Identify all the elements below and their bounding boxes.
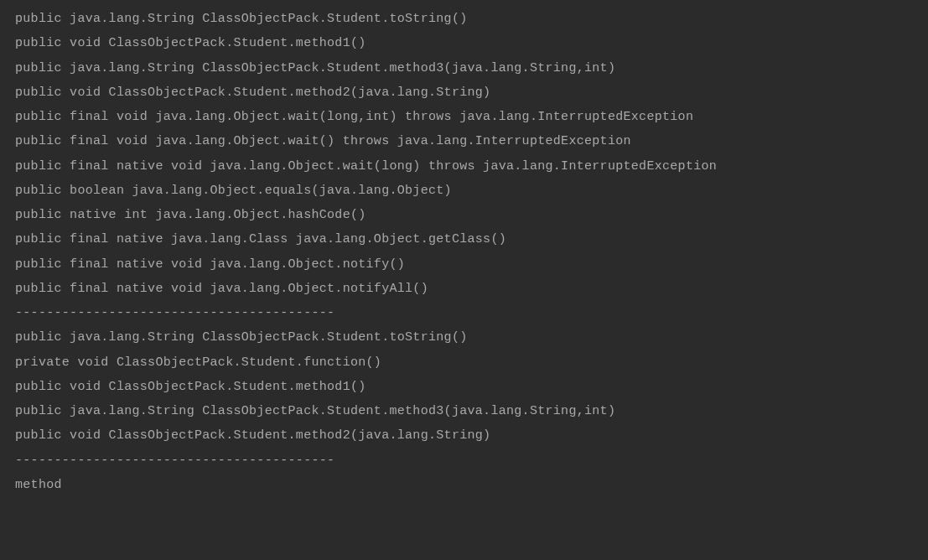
code-line: public final void java.lang.Object.wait(… (15, 129, 913, 153)
separator-line: ----------------------------------------… (15, 449, 913, 473)
code-output-block: public java.lang.String ClassObjectPack.… (15, 7, 913, 497)
code-line: public final native java.lang.Class java… (15, 227, 913, 251)
code-line: public void ClassObjectPack.Student.meth… (15, 375, 913, 399)
code-line: method (15, 473, 913, 497)
code-line: public java.lang.String ClassObjectPack.… (15, 399, 913, 423)
separator-line: ----------------------------------------… (15, 301, 913, 325)
code-line: public boolean java.lang.Object.equals(j… (15, 179, 913, 203)
code-line: public java.lang.String ClassObjectPack.… (15, 56, 913, 80)
code-line: private void ClassObjectPack.Student.fun… (15, 350, 913, 375)
code-line: public final native void java.lang.Objec… (15, 154, 913, 179)
code-line: public final native void java.lang.Objec… (15, 277, 913, 301)
code-line: public final native void java.lang.Objec… (15, 252, 913, 277)
code-line: public void ClassObjectPack.Student.meth… (15, 80, 913, 105)
code-line: public java.lang.String ClassObjectPack.… (15, 7, 913, 31)
code-line: public void ClassObjectPack.Student.meth… (15, 423, 913, 448)
code-line: public java.lang.String ClassObjectPack.… (15, 325, 913, 350)
code-line: public native int java.lang.Object.hashC… (15, 203, 913, 227)
code-line: public void ClassObjectPack.Student.meth… (15, 31, 913, 55)
code-line: public final void java.lang.Object.wait(… (15, 105, 913, 129)
